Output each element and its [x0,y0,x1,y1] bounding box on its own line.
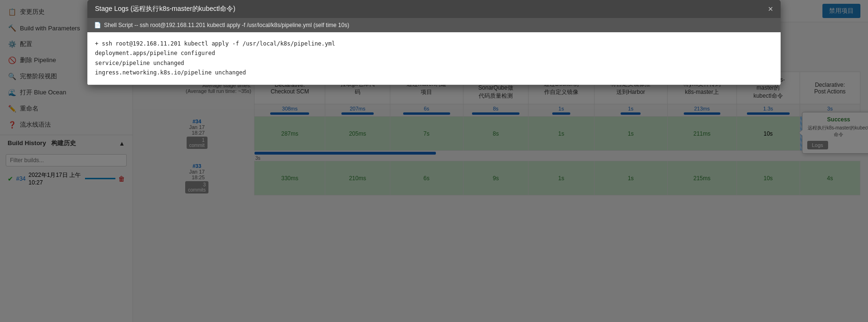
modal-title: Stage Logs (远程执行k8s-master的kubectl命令) [95,5,236,13]
log-line-3: ingress.networking.k8s.io/pipeline uncha… [95,68,773,77]
log-line-1: deployment.apps/pipeline configured [95,48,773,58]
log-line-0: + ssh root@192.168.11.201 kubectl apply … [95,39,773,48]
stage-logs-modal: Stage Logs (远程执行k8s-master的kubectl命令) × … [87,0,781,85]
log-line-2: service/pipeline unchanged [95,58,773,68]
modal-subtitle-text: Shell Script -- ssh root@192.168.11.201 … [104,22,349,28]
modal-subtitle: 📄 Shell Script -- ssh root@192.168.11.20… [87,18,781,32]
modal-subtitle-icon: 📄 [94,22,101,28]
modal-overlay: Stage Logs (远程执行k8s-master的kubectl命令) × … [0,0,868,322]
modal-body: + ssh root@192.168.11.201 kubectl apply … [87,32,781,85]
modal-close-button[interactable]: × [768,5,773,13]
modal-title-bar: Stage Logs (远程执行k8s-master的kubectl命令) × [87,0,781,18]
